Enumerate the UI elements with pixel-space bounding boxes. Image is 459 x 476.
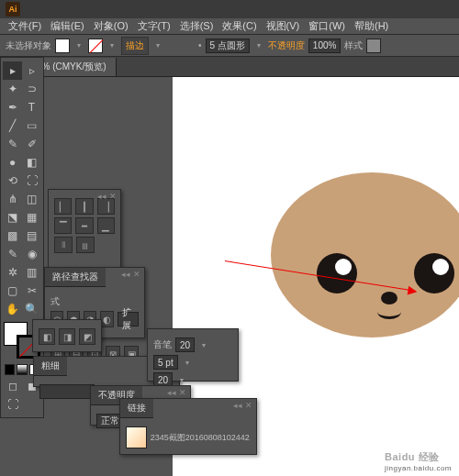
panel-tab[interactable]: 路径查找器 — [45, 268, 106, 287]
magic-wand-tool[interactable]: ✦ — [3, 80, 22, 98]
menu-help[interactable]: 帮助(H) — [350, 19, 393, 33]
opacity-value[interactable]: 100% — [308, 39, 341, 53]
stroke-options-panel[interactable]: 音笔20▾ 5 pt▾ 20▾ — [147, 328, 239, 382]
hand-tool[interactable]: ✋ — [3, 300, 22, 318]
brush-value[interactable]: 5 点圆形 — [206, 39, 250, 53]
align-center-icon[interactable]: ┃ — [75, 198, 93, 215]
document-tabs: ◄►100% (CMYK/预览) — [0, 57, 459, 77]
panel-close-icon[interactable]: ◂◂ ✕ — [97, 192, 117, 201]
graph-tool[interactable]: ▥ — [22, 263, 41, 282]
control-bar: 未选择对象 ▾ ▾ 描边 ▾ • 5 点圆形 ▾ 不透明度 100% 样式 — [0, 35, 459, 57]
rotate-tool[interactable]: ⟲ — [3, 172, 22, 190]
selection-tool[interactable]: ▸ — [3, 61, 22, 80]
chevron-down-icon[interactable]: ▾ — [106, 40, 118, 51]
align-left-icon[interactable]: ▏ — [54, 198, 72, 215]
stroke-label[interactable]: 描边 — [121, 37, 149, 55]
mode3-icon[interactable]: ◩ — [79, 328, 95, 345]
artwork-mouth — [377, 304, 401, 319]
fill-swatch[interactable] — [55, 39, 70, 53]
slice-tool[interactable]: ✂ — [22, 282, 41, 300]
menu-type[interactable]: 文字(T) — [133, 19, 175, 33]
artboard-tool[interactable]: ▢ — [3, 282, 22, 300]
brush-tool[interactable]: ✎ — [3, 135, 22, 153]
menu-effect[interactable]: 效果(C) — [218, 19, 261, 33]
watermark: Baidu 经验 jingyan.baidu.com — [385, 450, 452, 472]
align-panel[interactable]: ◂◂ ✕ ▏┃▕ ▔━▁ ⫴⫼ — [48, 189, 121, 279]
chevron-down-icon[interactable]: ▾ — [73, 40, 84, 51]
menu-edit[interactable]: 编辑(E) — [46, 19, 89, 33]
shape-mode-panel[interactable]: ◧ ◨ ◩ — [32, 319, 102, 352]
panel-close-icon[interactable]: ◂◂ ✕ — [233, 401, 252, 410]
expand-button[interactable]: 扩展 — [118, 312, 139, 327]
eraser-tool[interactable]: ◧ — [22, 153, 41, 172]
style-swatch[interactable] — [366, 39, 381, 53]
menu-file[interactable]: 文件(F) — [4, 19, 46, 33]
gradient-tool[interactable]: ▤ — [22, 227, 41, 245]
distribute-v-icon[interactable]: ⫼ — [76, 237, 95, 253]
dash-value[interactable]: 5 pt — [153, 355, 178, 370]
artwork-nose — [381, 292, 397, 304]
exclude-icon[interactable]: ◐ — [100, 311, 113, 327]
align-bottom-icon[interactable]: ▁ — [97, 217, 115, 234]
type-tool[interactable]: T — [22, 98, 41, 116]
links-panel[interactable]: 链接 ◂◂ ✕ 2345截图20160808102442... — [119, 398, 257, 455]
stroke-none-swatch[interactable] — [88, 39, 103, 53]
mesh-tool[interactable]: ▩ — [3, 227, 22, 245]
app-icon: Ai — [6, 2, 20, 17]
line-tool[interactable]: ╱ — [3, 116, 22, 135]
chevron-down-icon[interactable]: ▾ — [182, 357, 193, 368]
scale-tool[interactable]: ⛶ — [22, 172, 41, 190]
panel-tab[interactable]: 粗细 — [34, 357, 67, 376]
artwork-eye-right — [414, 253, 454, 293]
rectangle-tool[interactable]: ▭ — [22, 116, 41, 135]
symbol-sprayer-tool[interactable]: ✲ — [3, 263, 22, 282]
chevron-down-icon[interactable]: ▾ — [198, 339, 209, 350]
gradient-mode-icon[interactable] — [17, 364, 27, 375]
direct-selection-tool[interactable]: ▹ — [22, 61, 41, 80]
weight-input[interactable] — [39, 384, 95, 399]
chevron-down-icon[interactable]: ▾ — [152, 40, 163, 51]
selection-status: 未选择对象 — [6, 39, 51, 52]
distribute-h-icon[interactable]: ⫴ — [54, 237, 73, 253]
menu-select[interactable]: 选择(S) — [175, 19, 218, 33]
eyedropper-tool[interactable]: ✎ — [3, 245, 22, 263]
artwork-eye-left — [317, 253, 357, 293]
blend-tool[interactable]: ◉ — [22, 245, 41, 263]
perspective-tool[interactable]: ▦ — [22, 208, 41, 227]
style-label[interactable]: 样式 — [344, 39, 363, 52]
panel-close-icon[interactable]: ◂◂ ✕ — [121, 270, 140, 279]
menu-view[interactable]: 视图(V) — [262, 19, 305, 33]
screen-mode[interactable]: ⛶ — [3, 395, 23, 414]
chevron-down-icon[interactable]: ▾ — [253, 40, 264, 51]
mode2-icon[interactable]: ◨ — [59, 328, 75, 345]
panel-close-icon[interactable]: ◂◂ ✕ — [167, 388, 186, 397]
artwork-face[interactable] — [271, 172, 459, 338]
miter-limit[interactable]: 20 — [175, 338, 195, 352]
menu-window[interactable]: 窗口(W) — [304, 19, 350, 33]
color-mode-icon[interactable] — [5, 364, 15, 375]
menu-object[interactable]: 对象(O) — [89, 19, 133, 33]
pen-tool[interactable]: ✒ — [3, 98, 22, 116]
shape-builder-tool[interactable]: ⬔ — [3, 208, 22, 227]
menu-bar: 文件(F) 编辑(E) 对象(O) 文字(T) 选择(S) 效果(C) 视图(V… — [0, 18, 459, 35]
zoom-tool[interactable]: 🔍 — [22, 300, 41, 318]
blob-brush-tool[interactable]: ● — [3, 153, 22, 172]
link-item-name[interactable]: 2345截图20160808102442... — [151, 432, 251, 444]
opacity-label[interactable]: 不透明度 — [268, 39, 305, 52]
align-middle-icon[interactable]: ━ — [75, 217, 93, 234]
free-transform-tool[interactable]: ◫ — [22, 190, 41, 208]
align-label: 音笔 — [153, 338, 172, 351]
lasso-tool[interactable]: ⊃ — [22, 80, 41, 98]
panel-tab[interactable]: 链接 — [120, 399, 153, 418]
shape-mode-label: 式 — [50, 295, 60, 308]
width-tool[interactable]: ⋔ — [3, 190, 22, 208]
chevron-down-icon[interactable]: ▾ — [176, 374, 187, 385]
draw-mode-normal[interactable]: ◻ — [3, 377, 22, 395]
pencil-tool[interactable]: ✐ — [22, 135, 41, 153]
link-thumbnail[interactable] — [126, 426, 147, 448]
mode1-icon[interactable]: ◧ — [39, 328, 55, 345]
align-top-icon[interactable]: ▔ — [54, 217, 72, 234]
